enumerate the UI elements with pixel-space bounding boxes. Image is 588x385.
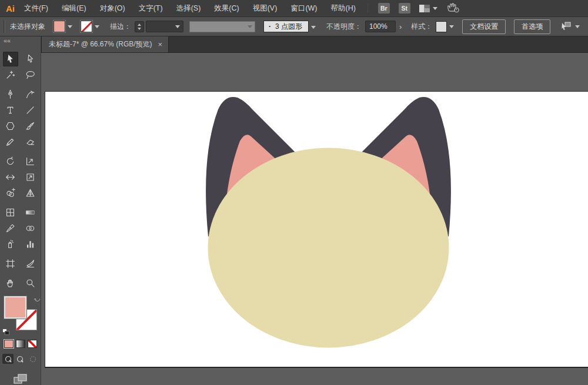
bridge-button[interactable]: Br — [378, 3, 390, 14]
arrange-documents-button[interactable] — [419, 5, 437, 12]
document-tab[interactable]: 未标题-7* @ 66.67% (RGB/预览) × — [41, 36, 169, 52]
control-bar-gripper[interactable] — [4, 20, 5, 33]
opacity-input[interactable]: 100% — [365, 21, 396, 32]
tool-eyedropper[interactable] — [3, 221, 18, 236]
chevron-down-icon — [433, 7, 437, 10]
control-bar: 未选择对象 描边： · 3 点圆形 不透明度： 100% › 样式： 文档设置 … — [0, 16, 588, 36]
stock-button[interactable]: St — [399, 3, 410, 14]
brush-preview[interactable]: · 3 点圆形 — [263, 21, 309, 32]
tool-hand[interactable] — [3, 276, 18, 290]
tool-slice[interactable] — [23, 256, 38, 271]
tool-type[interactable] — [3, 103, 18, 118]
fill-color-dropdown[interactable] — [54, 21, 72, 32]
opacity-options-button[interactable]: › — [397, 22, 404, 31]
collapse-panel-button[interactable]: «« — [0, 36, 41, 45]
gradient-button[interactable] — [16, 340, 25, 348]
symbol-sprayer-icon — [5, 239, 16, 250]
screen-mode-button[interactable] — [0, 373, 41, 385]
draw-behind-button[interactable] — [15, 354, 26, 364]
swap-fill-stroke-icon[interactable]: ⤸ — [34, 298, 41, 302]
tool-selection[interactable] — [3, 52, 18, 66]
fill-color-swatch[interactable] — [54, 21, 65, 32]
pointer-panel-icon — [560, 22, 572, 31]
tool-line-segment[interactable] — [23, 103, 38, 118]
pen-icon — [5, 89, 16, 100]
tool-symbol-sprayer[interactable] — [3, 237, 18, 252]
menu-item-8[interactable]: 帮助(H) — [331, 4, 356, 14]
tool-paintbrush[interactable] — [23, 119, 38, 133]
menu-item-1[interactable]: 编辑(E) — [62, 4, 86, 14]
chevron-down-icon — [95, 25, 99, 28]
menu-item-0[interactable]: 文件(F) — [24, 4, 48, 14]
menu-item-2[interactable]: 对象(O) — [100, 4, 125, 14]
free-transform-icon — [25, 172, 36, 183]
screen-mode-icon — [13, 373, 28, 385]
tool-pencil[interactable] — [3, 135, 18, 149]
artboard[interactable] — [45, 91, 588, 368]
none-button[interactable] — [28, 340, 37, 348]
tool-magic-wand[interactable] — [3, 68, 18, 82]
menu-item-6[interactable]: 视图(V) — [253, 4, 278, 14]
tool-column-graph[interactable] — [23, 237, 38, 252]
tab-close-icon[interactable]: × — [158, 41, 163, 48]
tool-direct-selection[interactable] — [23, 52, 38, 66]
tool-curvature[interactable] — [23, 87, 38, 102]
menu-item-7[interactable]: 窗口(W) — [290, 4, 317, 14]
column-graph-icon — [25, 239, 36, 250]
scale-icon — [25, 156, 36, 167]
chevron-down-icon — [175, 25, 180, 28]
menubar-separator — [368, 4, 368, 13]
draw-normal-button[interactable] — [2, 354, 14, 364]
shape-icon — [5, 120, 16, 132]
width-icon — [5, 172, 16, 183]
stroke-none-swatch[interactable] — [81, 21, 92, 32]
menu-item-5[interactable]: 效果(C) — [214, 4, 239, 14]
stroke-color-dropdown[interactable] — [81, 21, 99, 32]
tool-gradient[interactable] — [23, 205, 38, 220]
tool-rotate[interactable] — [3, 154, 18, 169]
cat-head[interactable] — [208, 148, 449, 348]
panel-options-button[interactable] — [560, 22, 580, 31]
canvas-pasteboard[interactable] — [41, 53, 588, 385]
selection-icon — [5, 53, 16, 65]
tool-width[interactable] — [3, 170, 18, 185]
menu-item-4[interactable]: 选择(S) — [176, 4, 201, 14]
document-setup-button[interactable]: 文档设置 — [462, 19, 506, 34]
shape-builder-icon — [5, 188, 16, 199]
fill-indicator[interactable] — [4, 296, 26, 319]
tool-zoom[interactable] — [23, 276, 38, 290]
style-swatch[interactable] — [436, 21, 447, 32]
tool-lasso[interactable] — [23, 68, 38, 82]
tool-artboard[interactable] — [3, 256, 18, 271]
variable-width-profile-select[interactable] — [189, 21, 255, 32]
stroke-weight-select[interactable] — [146, 21, 183, 32]
draw-inside-button[interactable] — [27, 354, 38, 364]
tool-perspective-grid[interactable] — [23, 186, 38, 200]
brush-dot-icon: · — [269, 22, 271, 31]
stepper-up-icon[interactable] — [138, 24, 141, 26]
tool-blend[interactable] — [23, 221, 38, 236]
tool-free-transform[interactable] — [23, 170, 38, 185]
tool-scale[interactable] — [23, 154, 38, 169]
eraser-icon — [25, 136, 36, 148]
color-button[interactable] — [4, 340, 14, 348]
preferences-button[interactable]: 首选项 — [514, 19, 550, 34]
menu-item-3[interactable]: 文字(T) — [139, 4, 163, 14]
stepper-down-icon[interactable] — [138, 28, 141, 30]
chevron-down-icon — [248, 25, 252, 28]
hand-icon — [5, 277, 16, 289]
default-fill-stroke-icon[interactable] — [2, 329, 9, 335]
selection-status: 未选择对象 — [10, 22, 45, 32]
chevron-down-icon — [311, 26, 316, 29]
brush-chevron[interactable] — [309, 22, 318, 31]
tool-pen[interactable] — [3, 87, 18, 102]
brush-definition-dropdown[interactable]: · 3 点圆形 — [263, 21, 318, 32]
tools-panel: «« ⤸ — [0, 36, 41, 385]
chevron-down-icon — [68, 25, 72, 28]
tool-shape[interactable] — [3, 119, 18, 133]
stroke-weight-stepper[interactable] — [135, 21, 144, 32]
tool-mesh[interactable] — [3, 205, 18, 220]
gpu-performance-icon[interactable] — [446, 2, 459, 15]
tool-shape-builder[interactable] — [3, 186, 18, 200]
tool-eraser[interactable] — [23, 135, 38, 149]
